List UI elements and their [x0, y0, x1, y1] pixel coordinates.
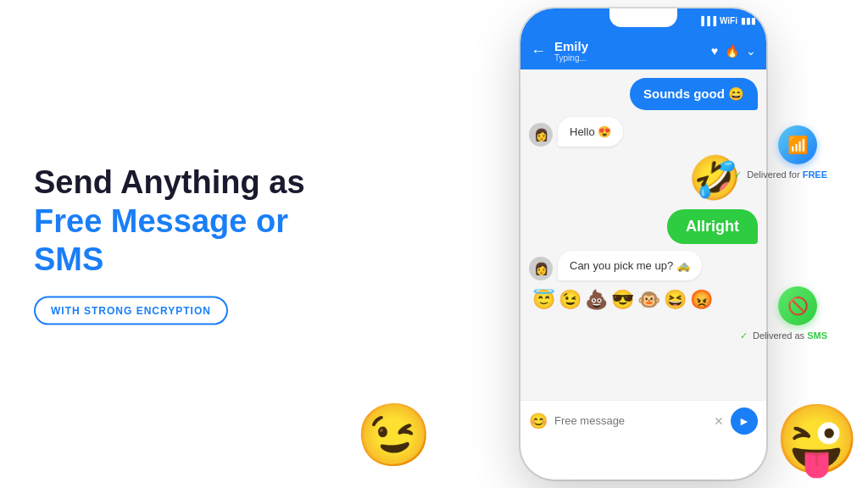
check-icon-sms: ✓: [740, 330, 748, 341]
signal-icon: ▐▐▐: [698, 16, 716, 25]
wink-emoji-decoration: 😉: [353, 396, 435, 474]
tongue-emoji-decoration: 😜: [775, 400, 860, 480]
wifi-status-icon: WiFi: [720, 16, 737, 25]
no-wifi-icon: 🚫: [787, 296, 809, 316]
back-button[interactable]: ←: [531, 42, 546, 60]
phone-wrapper: ▐▐▐ WiFi ▮▮▮ ← Emily Typing... ♥ 🔥 ⌄ Sou…: [520, 8, 766, 480]
encryption-badge: WITH STRONG ENCRYPTION: [34, 296, 228, 324]
emoji-wink-chat: 😉: [559, 289, 581, 311]
left-section: Send Anything as Free Message or SMS WIT…: [34, 164, 356, 325]
emoji-row: 😇 😉 💩 😎 🐵 😆 😡: [529, 287, 758, 313]
emoji-laugh: 😆: [664, 289, 687, 311]
avatar: 👩: [529, 123, 553, 147]
received-bubble-hello: Hello 😍: [558, 117, 623, 147]
chat-body: Sounds good 😄 👩 Hello 😍 🤣 Allright 👩 Can…: [520, 69, 766, 400]
sent-bubble-blue: Sounds good 😄: [630, 78, 758, 110]
clear-input-icon[interactable]: ✕: [714, 414, 724, 428]
emoji-angel: 😇: [532, 289, 555, 311]
fire-icon[interactable]: 🔥: [725, 44, 739, 58]
emoji-laughing: 🤣: [688, 153, 741, 202]
phone-frame: ▐▐▐ WiFi ▮▮▮ ← Emily Typing... ♥ 🔥 ⌄ Sou…: [520, 8, 766, 480]
message-sounds-good: Sounds good 😄: [529, 78, 758, 110]
emoji-angry: 😡: [690, 289, 713, 311]
contact-info: Emily Typing...: [554, 39, 703, 63]
sent-bubble-green: Allright: [667, 209, 758, 244]
emoji-poop: 💩: [585, 289, 608, 311]
emoji-monkey: 🐵: [637, 289, 660, 311]
check-icon-free: ✓: [734, 169, 742, 180]
wifi-badge: 📶: [778, 125, 817, 164]
chat-header: ← Emily Typing... ♥ 🔥 ⌄: [520, 32, 766, 69]
send-button[interactable]: ►: [731, 408, 758, 435]
message-input[interactable]: [554, 414, 707, 427]
message-allright: Allright: [529, 209, 758, 244]
battery-icon: ▮▮▮: [741, 16, 756, 25]
avatar-2: 👩: [529, 257, 553, 280]
received-bubble-pickup: Can you pick me up? 🚕: [558, 251, 702, 280]
emoji-cool: 😎: [611, 289, 634, 311]
contact-status: Typing...: [554, 53, 703, 63]
contact-name: Emily: [554, 39, 703, 53]
headline-line2: Free Message or SMS: [34, 202, 356, 279]
header-icons: ♥ 🔥 ⌄: [711, 44, 756, 58]
chat-input-bar: 😊 ✕ ►: [520, 400, 766, 441]
message-hello: 👩 Hello 😍: [529, 117, 758, 147]
phone-notch: [609, 8, 677, 27]
wifi-icon: 📶: [787, 135, 809, 155]
chevron-down-icon[interactable]: ⌄: [746, 44, 756, 58]
sms-badge: 🚫: [778, 286, 817, 325]
delivered-sms-label: ✓ Delivered as SMS: [740, 330, 827, 341]
free-text: FREE: [803, 169, 827, 180]
emoji-picker-icon[interactable]: 😊: [529, 412, 548, 430]
headline-line1: Send Anything as: [34, 164, 356, 202]
message-pickup: 👩 Can you pick me up? 🚕: [529, 251, 758, 280]
heart-icon[interactable]: ♥: [711, 44, 718, 58]
delivered-free-label: ✓ Delivered for FREE: [734, 169, 827, 180]
status-bar-icons: ▐▐▐ WiFi ▮▮▮: [698, 16, 756, 25]
sms-text: SMS: [807, 330, 827, 341]
